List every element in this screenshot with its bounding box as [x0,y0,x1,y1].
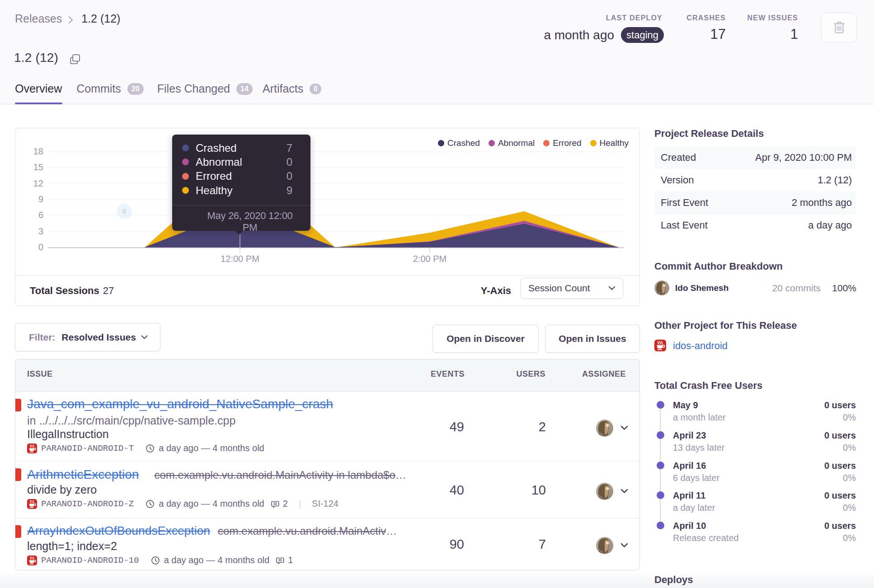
svg-text:0: 0 [38,242,43,252]
svg-text:12:00 PM: 12:00 PM [221,254,259,264]
svg-text:6: 6 [38,210,43,220]
svg-text:15: 15 [33,162,43,172]
svg-text:12: 12 [33,178,43,188]
svg-text:9: 9 [38,194,43,204]
svg-text:3: 3 [38,226,43,236]
svg-text:18: 18 [33,146,43,156]
svg-text:2:00 PM: 2:00 PM [413,254,446,264]
